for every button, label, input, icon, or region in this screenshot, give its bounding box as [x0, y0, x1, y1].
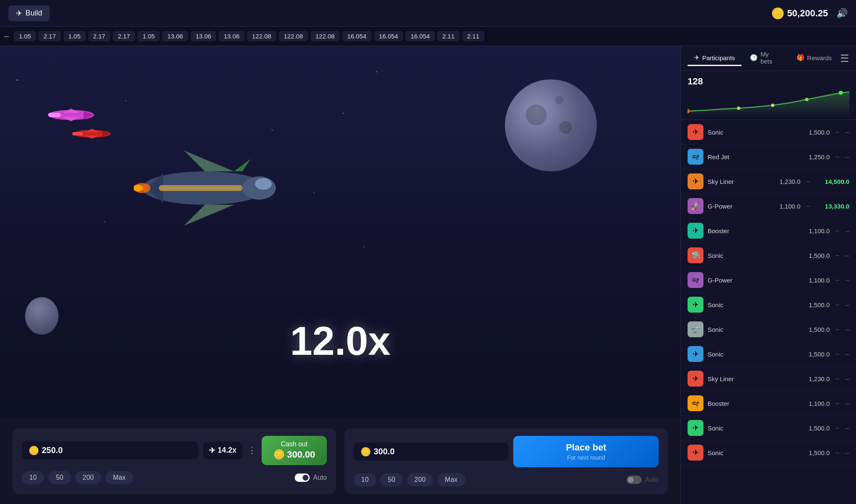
ticker-item: 1.05: [64, 31, 86, 41]
participant-name: Sonic: [708, 129, 792, 136]
auto-toggle-dot-2[interactable]: [627, 476, 642, 484]
participant-avatar: 🛩: [688, 395, 703, 411]
main-content: 12.0x 🪙 250.0 ✈ 14.2x: [0, 46, 856, 504]
participant-name: Sonic: [708, 425, 792, 432]
multiplier-value: 12.0x: [290, 318, 390, 363]
plane-red: [71, 125, 113, 142]
participant-avatar: 🚀: [688, 198, 703, 214]
ticker-item: 13.06: [191, 31, 217, 41]
list-item: 🚀G-Power1,100.0–13,330.0: [681, 194, 856, 219]
cashout-amount: 🪙 300.00: [273, 449, 315, 461]
participant-bet: 1,500.0: [796, 301, 830, 308]
ticker-item: 122.08: [279, 31, 308, 41]
participant-separator: –: [836, 375, 839, 382]
coin-icon-2: 🪙: [361, 447, 370, 456]
balance-display: 🪙 50,200.25: [772, 8, 828, 19]
quick-btn-200-1[interactable]: 200: [75, 471, 102, 484]
tab-rewards[interactable]: 🎁 Rewards: [790, 51, 838, 66]
list-item: 🛩Red Jet1,250.0––: [681, 145, 856, 169]
plane-bet-icon: ✈: [209, 446, 215, 455]
top-bar-right: 🪙 50,200.25 🔊: [772, 8, 848, 19]
quick-btn-max-2[interactable]: Max: [437, 473, 465, 486]
right-tabs: ✈ Participants 🕐 My bets 🎁 Rewards ☰: [681, 46, 856, 71]
balance-value: 50,200.25: [787, 8, 828, 19]
bet-amount-value-1: 250.0: [42, 445, 63, 455]
participant-separator: –: [806, 178, 810, 185]
rewards-icon: 🎁: [797, 54, 805, 61]
participant-bet: 1,500.0: [796, 326, 830, 333]
bet-amount-value-2: 300.0: [374, 447, 395, 456]
svg-point-23: [737, 107, 740, 110]
build-label: Build: [25, 9, 42, 18]
quick-btn-10-2[interactable]: 10: [354, 473, 376, 486]
rewards-label: Rewards: [807, 54, 832, 61]
ticker-item: 16.054: [405, 31, 435, 41]
participant-cashout: –: [845, 448, 849, 457]
game-panel: 12.0x 🪙 250.0 ✈ 14.2x: [0, 46, 680, 504]
svg-rect-9: [72, 132, 83, 135]
participant-name: Red Jet: [708, 153, 792, 160]
participant-cashout: –: [845, 374, 849, 383]
right-panel-menu[interactable]: ☰: [840, 53, 849, 64]
cashout-button[interactable]: Cash out 🪙 300.00: [262, 436, 327, 465]
bet-amount-2: 🪙 300.0: [354, 443, 508, 461]
history-icon: 🕐: [750, 54, 758, 61]
quick-btn-200-2[interactable]: 200: [407, 473, 433, 486]
participant-bet: 1,100.0: [796, 277, 830, 284]
participant-separator: –: [836, 449, 839, 456]
auto-label-1: Auto: [313, 474, 327, 481]
participant-name: G-Power: [708, 203, 763, 210]
auto-toggle-dot-1[interactable]: [295, 473, 310, 482]
build-button[interactable]: ✈ Build: [8, 5, 50, 21]
quick-btn-max-1[interactable]: Max: [105, 471, 133, 484]
top-bar: ✈ Build 🪙 50,200.25 🔊: [0, 0, 856, 27]
participant-bet: 1,230.0: [767, 178, 800, 185]
tab-participants[interactable]: ✈ Participants: [688, 51, 741, 66]
list-item: 🛩Booster1,100.0––: [681, 391, 856, 416]
participant-cashout: 14,500.0: [816, 178, 849, 185]
participant-separator: –: [836, 276, 839, 284]
participant-name: Booster: [708, 400, 792, 407]
participant-avatar: ✈: [688, 420, 703, 436]
quick-btn-50-2[interactable]: 50: [380, 473, 403, 486]
place-bet-button[interactable]: Place bet For next round: [513, 436, 659, 467]
quick-btn-10-1[interactable]: 10: [22, 471, 44, 484]
ticker-bar: – 1.05 2.17 1.05 2.17 2.17 1.05 13.06 13…: [0, 27, 856, 46]
participant-name: Sky Liner: [708, 178, 763, 185]
svg-rect-4: [48, 113, 61, 117]
tab-my-bets[interactable]: 🕐 My bets: [743, 47, 788, 69]
coin-icon-1: 🪙: [29, 446, 38, 455]
participant-avatar: ✈: [688, 297, 703, 313]
plane-icon: ✈: [16, 9, 22, 18]
participant-bet: 1,500.0: [796, 351, 830, 358]
svg-marker-14: [184, 205, 234, 226]
multiplier-display: 12.0x: [290, 318, 390, 364]
bet-panel-1-top: 🪙 250.0 ✈ 14.2x ⋮ Cash out 🪙 30: [22, 436, 327, 465]
participant-name: Sonic: [708, 449, 792, 456]
svg-marker-20: [234, 159, 251, 171]
ticker-item: 2.17: [38, 31, 61, 41]
participant-cashout: –: [845, 424, 849, 433]
participant-cashout: –: [845, 153, 849, 161]
more-options-1[interactable]: ⋮: [247, 445, 257, 456]
list-item: ✈Sonic1,500.0––: [681, 342, 856, 367]
svg-marker-13: [184, 150, 234, 171]
ticker-item: 2.17: [88, 31, 110, 41]
participant-avatar: 🛸: [688, 247, 703, 263]
quick-btn-50-1[interactable]: 50: [48, 471, 71, 484]
ticker-item: 16.054: [342, 31, 372, 41]
sound-button[interactable]: 🔊: [836, 8, 848, 19]
game-canvas: 12.0x: [0, 46, 680, 418]
participant-separator: –: [806, 202, 810, 210]
svg-point-26: [839, 91, 843, 95]
participant-avatar: ✈: [688, 223, 703, 239]
participant-name: Sonic: [708, 252, 792, 259]
list-item: 🛩G-Power1,100.0––: [681, 268, 856, 293]
participant-name: Sonic: [708, 301, 792, 308]
participant-avatar: 🛫: [688, 321, 703, 337]
participant-cashout: –: [845, 325, 849, 334]
participant-bet: 1,100.0: [796, 400, 830, 407]
ticker-item: 16.054: [374, 31, 403, 41]
top-bar-left: ✈ Build: [8, 5, 50, 21]
cashout-amount-value: 300.00: [287, 449, 315, 461]
